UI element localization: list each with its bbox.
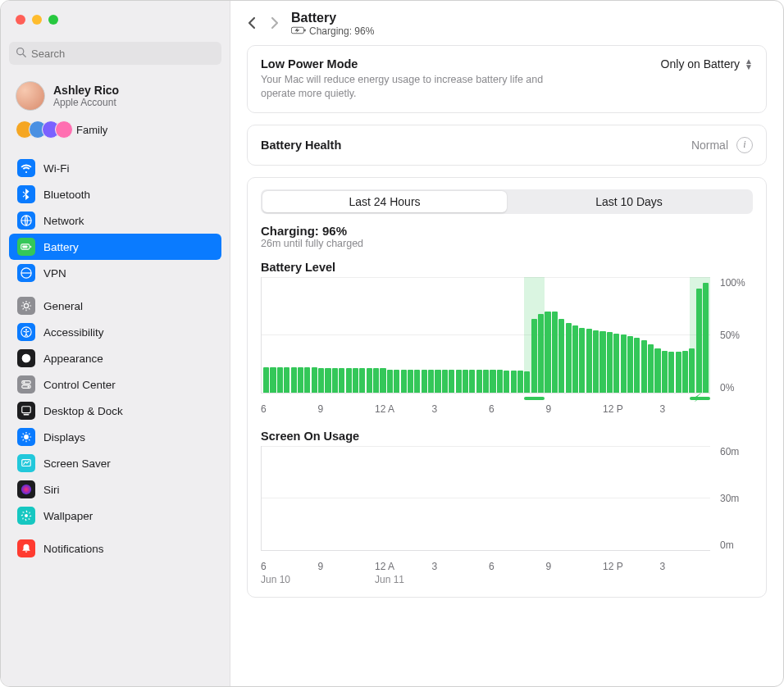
svg-line-1 <box>23 54 25 57</box>
header: Battery Charging: 96% <box>230 1 783 45</box>
battery-icon <box>17 238 35 256</box>
battery-health-status: Normal <box>691 139 728 152</box>
controlcenter-icon <box>17 375 35 394</box>
appearance-icon <box>17 349 35 367</box>
desktopdock-icon <box>17 402 35 420</box>
sidebar-item-label: Network <box>43 215 84 227</box>
sidebar-item-wifi[interactable]: Wi-Fi <box>9 155 221 181</box>
sidebar: Ashley Rico Apple Account Family Wi-FiBl… <box>1 1 230 686</box>
tab-last-10-days[interactable]: Last 10 Days <box>507 191 751 212</box>
nav-back-button[interactable] <box>247 16 257 32</box>
wallpaper-icon <box>17 507 35 525</box>
low-power-value: Only on Battery <box>661 57 741 71</box>
sidebar-item-label: Wallpaper <box>43 510 93 522</box>
sidebar-item-label: Bluetooth <box>43 189 90 201</box>
sidebar-item-siri[interactable]: Siri <box>9 476 221 503</box>
battery-health-info-button[interactable]: i <box>736 137 753 153</box>
close-window-button[interactable] <box>16 15 25 25</box>
svg-rect-5 <box>22 245 27 248</box>
search-input[interactable] <box>31 48 215 60</box>
svg-rect-22 <box>304 30 306 32</box>
sidebar-item-vpn[interactable]: VPN <box>9 260 221 286</box>
account-avatar <box>16 81 45 111</box>
battery-level-xaxis: 6912 A36912 P3 <box>261 397 753 415</box>
sidebar-item-notifications[interactable]: Notifications <box>9 535 221 562</box>
sidebar-item-bluetooth[interactable]: Bluetooth <box>9 181 221 207</box>
notifications-icon <box>17 539 35 557</box>
accessibility-icon <box>17 323 35 341</box>
svg-point-12 <box>23 381 25 383</box>
minimize-window-button[interactable] <box>32 15 42 25</box>
main-pane: Battery Charging: 96% Low Power Mode You… <box>230 1 783 686</box>
sidebar-item-general[interactable]: General <box>9 293 221 319</box>
sidebar-item-wallpaper[interactable]: Wallpaper <box>9 503 221 529</box>
sidebar-item-label: General <box>43 300 83 312</box>
sidebar-item-label: Siri <box>43 484 60 496</box>
displays-icon <box>17 428 35 446</box>
sidebar-item-label: Displays <box>43 431 85 444</box>
battery-level-yaxis: 100%50%0% <box>717 277 753 394</box>
tab-last-24-hours[interactable]: Last 24 Hours <box>262 191 507 212</box>
sidebar-item-displays[interactable]: Displays <box>9 424 221 450</box>
charging-icon <box>291 25 306 37</box>
sidebar-item-family[interactable]: Family <box>9 116 221 148</box>
low-power-title: Low Power Mode <box>261 57 556 71</box>
sidebar-item-label: Battery <box>43 241 79 253</box>
battery-health-title: Battery Health <box>261 139 341 152</box>
search-field[interactable] <box>9 42 221 65</box>
svg-point-17 <box>24 434 29 439</box>
page-title: Battery <box>291 11 374 25</box>
sidebar-item-accessibility[interactable]: Accessibility <box>9 319 221 345</box>
svg-rect-15 <box>22 407 31 413</box>
battery-level-chart-title: Battery Level <box>261 261 753 274</box>
nav-forward-button[interactable] <box>270 16 280 32</box>
sidebar-item-label: Control Center <box>43 379 116 391</box>
sidebar-item-network[interactable]: Network <box>9 207 221 234</box>
network-icon <box>17 212 35 230</box>
svg-rect-4 <box>30 246 32 248</box>
svg-point-7 <box>24 303 28 307</box>
low-power-mode-panel: Low Power Mode Your Mac will reduce ener… <box>247 45 767 113</box>
account-subtitle: Apple Account <box>53 97 119 108</box>
vpn-icon <box>17 264 35 282</box>
chevron-updown-icon: ▲▼ <box>745 58 753 70</box>
account-name: Ashley Rico <box>53 84 119 97</box>
low-power-mode-select[interactable]: Only on Battery ▲▼ <box>661 57 753 71</box>
sidebar-item-controlcenter[interactable]: Control Center <box>9 371 221 398</box>
family-avatars <box>16 121 68 139</box>
screensaver-icon <box>17 454 35 472</box>
screen-on-yaxis: 60m30m0m <box>717 446 753 551</box>
charging-eta: 26m until fully charged <box>261 238 753 249</box>
svg-point-9 <box>25 329 27 330</box>
time-range-segmented[interactable]: Last 24 Hours Last 10 Days <box>261 189 753 214</box>
search-icon <box>16 47 26 60</box>
sidebar-item-appearance[interactable]: Appearance <box>9 345 221 371</box>
screen-on-chart-title: Screen On Usage <box>261 430 753 443</box>
sidebar-item-label: VPN <box>43 267 66 280</box>
system-settings-window: Ashley Rico Apple Account Family Wi-FiBl… <box>0 0 784 687</box>
sidebar-item-label: Accessibility <box>43 326 104 339</box>
siri-icon <box>17 480 35 498</box>
family-label: Family <box>76 124 107 136</box>
sidebar-item-battery[interactable]: Battery <box>9 234 221 260</box>
svg-point-20 <box>25 514 28 517</box>
svg-rect-16 <box>24 414 30 416</box>
charging-status-line: Charging: 96% <box>261 224 753 238</box>
sidebar-item-screensaver[interactable]: Screen Saver <box>9 450 221 476</box>
sidebar-item-label: Screen Saver <box>43 457 111 470</box>
sidebar-item-label: Wi-Fi <box>43 162 69 175</box>
svg-point-14 <box>27 385 29 387</box>
battery-health-panel: Battery Health Normal i <box>247 125 767 166</box>
sidebar-item-label: Notifications <box>43 543 104 555</box>
sidebar-item-desktopdock[interactable]: Desktop & Dock <box>9 398 221 424</box>
zoom-window-button[interactable] <box>48 15 58 25</box>
usage-panel: Last 24 Hours Last 10 Days Charging: 96%… <box>247 177 767 598</box>
sidebar-item-label: Desktop & Dock <box>43 405 123 417</box>
page-subtitle: Charging: 96% <box>309 25 374 37</box>
sidebar-item-apple-account[interactable]: Ashley Rico Apple Account <box>9 76 221 116</box>
bluetooth-icon <box>17 185 35 203</box>
general-icon <box>17 297 35 315</box>
sidebar-item-label: Appearance <box>43 353 103 365</box>
screen-on-xaxis: 6912 A36912 P3 <box>261 554 753 572</box>
wifi-icon <box>17 159 35 177</box>
